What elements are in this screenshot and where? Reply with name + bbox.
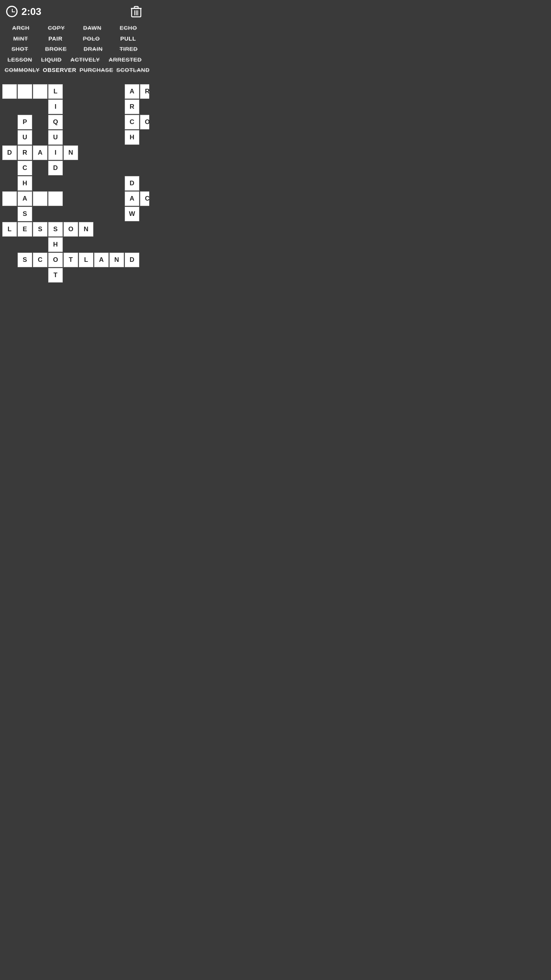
- grid-cell-1-5[interactable]: C: [18, 161, 32, 175]
- grid-cell-1-3[interactable]: U: [18, 130, 32, 145]
- grid-cell-3-12[interactable]: T: [48, 268, 63, 283]
- grid-cell-1-0[interactable]: [18, 84, 32, 99]
- grid-cell-2-4[interactable]: A: [33, 145, 47, 160]
- word-item[interactable]: ARRESTED: [107, 55, 143, 65]
- word-item[interactable]: LIQUID: [39, 55, 63, 65]
- grid-cell-9-2[interactable]: O: [140, 115, 149, 129]
- grid-cell-2-11[interactable]: C: [33, 253, 47, 267]
- word-item[interactable]: ACTIVELY: [69, 55, 101, 65]
- grid-cell-1-7[interactable]: A: [18, 191, 32, 206]
- grid-cell-8-8[interactable]: W: [125, 207, 139, 221]
- grid-cell-0-0[interactable]: [2, 84, 17, 99]
- timer-area: 2:03: [6, 6, 41, 18]
- word-item[interactable]: ECHO: [118, 23, 139, 33]
- word-item[interactable]: LESSON: [6, 55, 34, 65]
- grid-cell-3-4[interactable]: I: [48, 145, 63, 160]
- word-item[interactable]: PULL: [119, 34, 137, 44]
- word-row-2: SHOTBROKEDRAINTIRED: [3, 44, 146, 54]
- grid-cell-0-4[interactable]: D: [2, 145, 17, 160]
- grid-cell-8-7[interactable]: A: [125, 191, 139, 206]
- grid-cell-3-5[interactable]: D: [48, 161, 63, 175]
- word-item[interactable]: BROKE: [44, 44, 68, 54]
- grid-cell-1-11[interactable]: S: [18, 253, 32, 267]
- trash-button[interactable]: [129, 5, 143, 18]
- grid-cell-5-9[interactable]: N: [79, 222, 93, 237]
- grid-cell-0-7[interactable]: [2, 191, 17, 206]
- grid-cell-8-6[interactable]: D: [125, 176, 139, 191]
- grid-cell-0-9[interactable]: L: [2, 222, 17, 237]
- grid-cell-8-0[interactable]: A: [125, 84, 139, 99]
- grid-cell-3-9[interactable]: S: [48, 222, 63, 237]
- word-row-3: LESSONLIQUIDACTIVELYARRESTED: [3, 55, 146, 65]
- grid-cell-4-11[interactable]: T: [64, 253, 78, 267]
- grid-cell-1-6[interactable]: H: [18, 176, 32, 191]
- word-row-4: COMMONLYOBSERVERPURCHASESCOTLAND: [3, 65, 146, 75]
- grid-cell-4-9[interactable]: O: [64, 222, 78, 237]
- grid-cell-5-11[interactable]: L: [79, 253, 93, 267]
- grid-cell-3-2[interactable]: Q: [48, 115, 63, 129]
- grid-cell-1-9[interactable]: E: [18, 222, 32, 237]
- grid-cell-8-11[interactable]: D: [125, 253, 139, 267]
- word-item[interactable]: ARCH: [11, 23, 31, 33]
- grid-cell-1-4[interactable]: R: [18, 145, 32, 160]
- grid-cell-8-1[interactable]: R: [125, 100, 139, 114]
- crossword-container: LARRESTEDIRPQCOMMONLYUUHBDRAINMSCCDTIRED…: [0, 80, 149, 419]
- grid-cell-7-11[interactable]: N: [109, 253, 124, 267]
- grid-wrapper: LARRESTEDIRPQCOMMONLYUUHBDRAINMSCCDTIRED…: [2, 83, 148, 416]
- header: 2:03: [0, 0, 149, 21]
- word-item[interactable]: TIRED: [118, 44, 139, 54]
- word-item[interactable]: OBSERVER: [41, 65, 78, 75]
- word-item[interactable]: COPY: [46, 23, 67, 33]
- grid-cell-3-1[interactable]: I: [48, 100, 63, 114]
- grid-cell-2-7[interactable]: [33, 191, 47, 206]
- word-item[interactable]: DRAIN: [82, 44, 104, 54]
- word-item[interactable]: SCOTLAND: [115, 65, 149, 75]
- grid-cell-3-11[interactable]: O: [48, 253, 63, 267]
- word-list: ARCHCOPYDAWNECHOMINTPAIRPOLOPULLSHOTBROK…: [0, 21, 149, 80]
- grid-cell-3-7[interactable]: [48, 191, 63, 206]
- word-row-1: MINTPAIRPOLOPULL: [3, 34, 146, 44]
- word-item[interactable]: DAWN: [82, 23, 103, 33]
- grid-cell-9-7[interactable]: C: [140, 191, 149, 206]
- clock-icon: [6, 6, 18, 17]
- word-item[interactable]: PAIR: [47, 34, 64, 44]
- grid-cell-2-9[interactable]: S: [33, 222, 47, 237]
- word-item[interactable]: PURCHASE: [78, 65, 115, 75]
- word-item[interactable]: MINT: [12, 34, 30, 44]
- grid-cell-3-10[interactable]: H: [48, 237, 63, 252]
- grid-cell-3-0[interactable]: L: [48, 84, 63, 99]
- word-item[interactable]: COMMONLY: [3, 65, 41, 75]
- word-row-0: ARCHCOPYDAWNECHO: [3, 23, 146, 33]
- grid-cell-9-0[interactable]: R: [140, 84, 149, 99]
- grid-cell-8-2[interactable]: C: [125, 115, 139, 129]
- timer-display: 2:03: [21, 6, 41, 18]
- word-item[interactable]: SHOT: [10, 44, 30, 54]
- grid-cell-4-4[interactable]: N: [64, 145, 78, 160]
- grid-cell-6-11[interactable]: A: [94, 253, 109, 267]
- grid-cell-1-2[interactable]: P: [18, 115, 32, 129]
- grid-cell-1-8[interactable]: S: [18, 207, 32, 221]
- grid-cell-8-3[interactable]: H: [125, 130, 139, 145]
- grid-cell-3-3[interactable]: U: [48, 130, 63, 145]
- word-item[interactable]: POLO: [81, 34, 101, 44]
- grid-cell-2-0[interactable]: [33, 84, 47, 99]
